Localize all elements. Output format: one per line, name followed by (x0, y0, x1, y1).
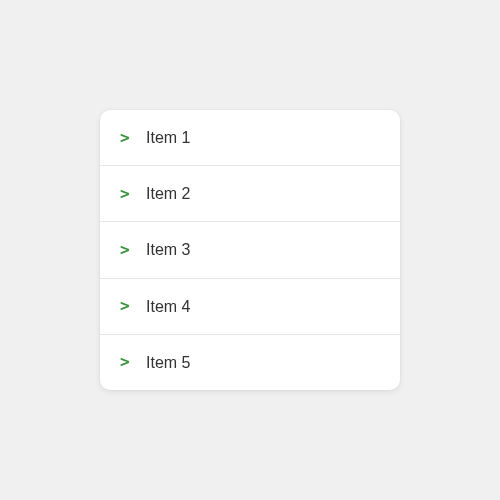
list-item-label: Item 5 (146, 354, 190, 371)
list-item[interactable]: Item 4 (100, 278, 400, 334)
list-item[interactable]: Item 3 (100, 221, 400, 277)
list-item-label: Item 2 (146, 185, 190, 202)
list-item-label: Item 4 (146, 298, 190, 315)
list-item[interactable]: Item 5 (100, 334, 400, 390)
list-item-label: Item 3 (146, 241, 190, 258)
list-item-label: Item 1 (146, 129, 190, 146)
accordion-list: Item 1 Item 2 Item 3 Item 4 Item 5 (100, 110, 400, 390)
list-item[interactable]: Item 1 (100, 110, 400, 165)
list-item[interactable]: Item 2 (100, 165, 400, 221)
